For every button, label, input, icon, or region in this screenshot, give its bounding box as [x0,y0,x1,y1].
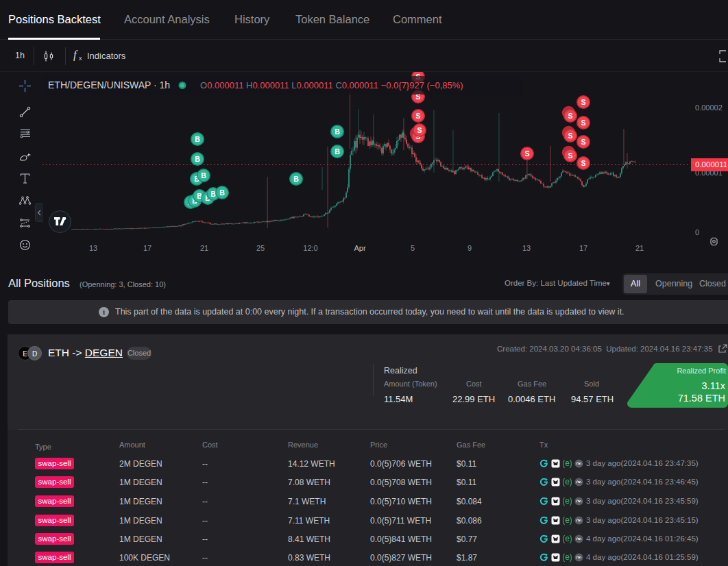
svg-text:S: S [568,112,572,120]
svg-text:S: S [568,132,572,140]
svg-text:O0.000011 H0.000011 L0.000011: O0.000011 H0.000011 L0.000011 C0.000011 … [200,80,463,90]
svg-text:Realized Profit: Realized Profit [677,367,728,375]
svg-text:S: S [417,126,422,134]
svg-text:B: B [335,147,340,156]
svg-text:S: S [581,98,585,106]
svg-text:(e): (e) [563,478,572,487]
svg-text:(e): (e) [563,516,572,525]
svg-text:71.58 ETH: 71.58 ETH [678,393,728,404]
svg-text:S: S [568,151,572,160]
svg-text:S: S [415,112,420,120]
svg-text:B: B [210,190,216,198]
svg-text:S: S [581,138,585,146]
svg-text:ETH/DEGEN/UNISWAP · 1h: ETH/DEGEN/UNISWAP · 1h [48,79,170,90]
svg-text:B: B [195,155,200,163]
svg-text:B: B [219,188,225,197]
svg-text:(e): (e) [563,553,572,562]
svg-text:B: B [335,127,340,136]
svg-text:S: S [581,119,585,127]
svg-text:S: S [581,159,585,167]
svg-text:(e): (e) [563,497,572,506]
svg-text:B: B [195,135,200,143]
svg-text:(e): (e) [563,534,572,543]
svg-text:B: B [201,171,206,180]
svg-text:B: B [293,175,299,183]
svg-text:3.11x: 3.11x [702,380,728,391]
svg-text:(e): (e) [563,459,572,468]
svg-text:S: S [524,149,529,158]
